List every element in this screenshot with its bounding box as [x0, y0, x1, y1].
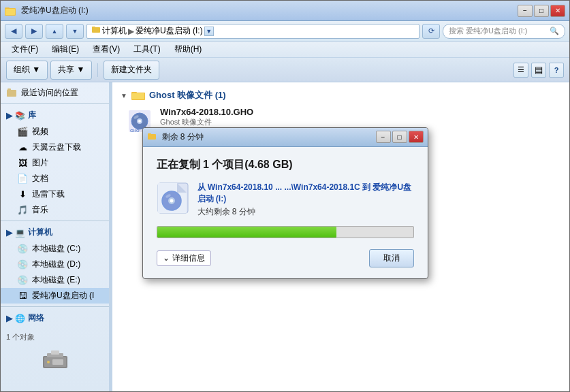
- back-button[interactable]: ◀: [5, 24, 22, 39]
- search-placeholder: 搜索 爱纯净U盘启动 (I:): [449, 26, 528, 36]
- menu-help[interactable]: 帮助(H): [169, 42, 208, 56]
- file-type: Ghost 映像文件: [160, 117, 556, 127]
- breadcrumb-drive: 爱纯净U盘启动 (I:): [136, 25, 203, 37]
- restore-button[interactable]: □: [534, 5, 549, 17]
- cancel-button[interactable]: 取消: [369, 249, 414, 267]
- dialog-footer: ⌄ 详细信息 取消: [157, 249, 414, 267]
- address-field[interactable]: 计算机 ▶ 爱纯净U盘启动 (I:) ▼: [86, 24, 419, 39]
- sidebar-recent-label: 最近访问的位置: [21, 87, 78, 99]
- forward-button[interactable]: ▶: [25, 24, 43, 39]
- sidebar-computer-section: ▶ 💻 计算机 💿 本地磁盘 (C:) 💿 本地磁盘 (D:) 💿 本地磁盘 (…: [1, 224, 109, 307]
- cloud-icon: ☁: [17, 142, 28, 153]
- sidebar-computer-header[interactable]: ▶ 💻 计算机: [1, 224, 109, 241]
- svg-rect-6: [7, 88, 11, 91]
- dialog-body: 正在复制 1 个项目(4.68 GB): [143, 147, 428, 278]
- sidebar-item-disk-c[interactable]: 💿 本地磁盘 (C:): [1, 241, 109, 257]
- sidebar-computer-label: 计算机: [28, 227, 52, 238]
- menu-view[interactable]: 查看(V): [87, 42, 125, 56]
- svg-rect-4: [92, 27, 95, 29]
- title-bar: 爱纯净U盘启动 (I:) − □ ✕: [1, 1, 569, 21]
- dialog-close-button[interactable]: ✕: [409, 131, 424, 143]
- svg-text:GHO: GHO: [130, 129, 140, 133]
- up-button[interactable]: ▲: [46, 24, 63, 39]
- sidebar-status: 1 个对象: [1, 329, 109, 345]
- dialog-controls: − □ ✕: [376, 131, 424, 143]
- sidebar-network-label: 网络: [28, 312, 44, 324]
- folder-header[interactable]: ▼ Ghost 映像文件 (1): [118, 88, 564, 103]
- xunlei-icon: ⬇: [17, 189, 28, 200]
- library-expand-icon: ▶: [6, 111, 12, 120]
- close-button[interactable]: ✕: [550, 5, 565, 17]
- sidebar-disk-e-label: 本地磁盘 (E:): [32, 274, 80, 286]
- dialog-title: 剩余 8 分钟: [162, 131, 376, 143]
- dialog-file-icon: [157, 182, 189, 214]
- organize-label: 组织 ▼: [14, 64, 40, 76]
- sidebar-divider-1: [1, 103, 109, 104]
- search-icon: 🔍: [550, 27, 559, 35]
- dialog-time: 大约剩余 8 分钟: [197, 206, 414, 218]
- breadcrumb-path: 计算机: [102, 25, 127, 37]
- search-field[interactable]: 搜索 爱纯净U盘启动 (I:) 🔍: [443, 24, 565, 39]
- sidebar-item-video[interactable]: 🎬 视频: [1, 124, 109, 140]
- menu-file[interactable]: 文件(F): [6, 42, 44, 56]
- sidebar-disk-c-label: 本地磁盘 (C:): [32, 243, 80, 255]
- svg-point-20: [138, 120, 141, 122]
- menu-bar: 文件(F) 编辑(E) 查看(V) 工具(T) 帮助(H): [1, 42, 569, 58]
- details-label: 详细信息: [172, 252, 205, 264]
- folder-arrow-icon: ▼: [121, 92, 127, 99]
- folder-name: Ghost 映像文件 (1): [149, 89, 226, 101]
- sidebar-network-section: ▶ 🌐 网络: [1, 310, 109, 327]
- dialog-restore-button[interactable]: □: [392, 131, 407, 143]
- sidebar-divider-3: [1, 306, 109, 307]
- sidebar-item-usb[interactable]: 🖫 爱纯净U盘启动 (I: [1, 288, 109, 304]
- dialog-minimize-button[interactable]: −: [376, 131, 391, 143]
- progress-bar-container: [157, 226, 414, 238]
- help-button[interactable]: ?: [549, 63, 564, 78]
- progress-bar-fill: [157, 227, 336, 238]
- breadcrumb-icon: [91, 25, 101, 37]
- breadcrumb: 计算机 ▶ 爱纯净U盘启动 (I:) ▼: [91, 25, 214, 37]
- address-bar: ◀ ▶ ▲ ▼ 计算机 ▶ 爱纯净U盘启动 (I:) ▼ ⟳ 搜索 爱纯净U盘启…: [1, 21, 569, 42]
- sidebar-item-xunlei[interactable]: ⬇ 迅雷下载: [1, 186, 109, 202]
- chevron-down-icon: ⌄: [163, 253, 170, 263]
- svg-point-11: [47, 361, 50, 363]
- sidebar-xunlei-label: 迅雷下载: [32, 189, 65, 200]
- recent-button[interactable]: ▼: [66, 24, 84, 39]
- document-icon: 📄: [17, 174, 28, 184]
- dialog-main-text: 正在复制 1 个项目(4.68 GB): [157, 158, 414, 172]
- details-toggle-button[interactable]: ⌄ 详细信息: [157, 250, 211, 266]
- view-options-button[interactable]: ☰: [513, 63, 528, 78]
- sidebar-video-label: 视频: [32, 126, 48, 137]
- menu-edit[interactable]: 编辑(E): [46, 42, 84, 56]
- sidebar-item-document[interactable]: 📄 文档: [1, 171, 109, 186]
- new-folder-button[interactable]: 新建文件夹: [104, 61, 159, 80]
- refresh-button[interactable]: ⟳: [422, 24, 440, 39]
- sidebar-item-cloud[interactable]: ☁ 天翼云盘下载: [1, 140, 109, 155]
- organize-button[interactable]: 组织 ▼: [6, 61, 48, 80]
- copy-progress-dialog: 剩余 8 分钟 − □ ✕ 正在复制 1 个项目(4.68 GB): [142, 127, 428, 279]
- from-label: 从: [197, 182, 208, 192]
- dialog-file-row: 从 Win7x64-2018.10 ... ...\Win7x64-2018.1…: [157, 182, 414, 218]
- svg-rect-24: [148, 133, 151, 135]
- recent-icon: [6, 88, 17, 99]
- disk-d-icon: 💿: [17, 259, 28, 270]
- menu-tools[interactable]: 工具(T): [128, 42, 165, 56]
- toolbar: 组织 ▼ 共享 ▼ 新建文件夹 ☰ ▤ ?: [1, 58, 569, 82]
- sidebar-item-picture[interactable]: 🖼 图片: [1, 155, 109, 171]
- minimize-button[interactable]: −: [518, 5, 533, 17]
- sidebar-item-disk-d[interactable]: 💿 本地磁盘 (D:): [1, 257, 109, 272]
- sidebar-item-music[interactable]: 🎵 音乐: [1, 202, 109, 218]
- music-icon: 🎵: [17, 205, 28, 216]
- share-button[interactable]: 共享 ▼: [50, 61, 92, 80]
- sidebar-library-header[interactable]: ▶ 📚 库: [1, 107, 109, 124]
- sidebar-item-disk-e[interactable]: 💿 本地磁盘 (E:): [1, 272, 109, 288]
- view-toggle-button[interactable]: ▤: [531, 63, 546, 78]
- address-chevron[interactable]: ▼: [204, 27, 214, 36]
- title-bar-left: 爱纯净U盘启动 (I:): [5, 5, 518, 16]
- library-icon: 📚: [15, 111, 25, 120]
- title-controls: − □ ✕: [518, 5, 565, 17]
- sidebar-item-recent[interactable]: 最近访问的位置: [1, 85, 109, 101]
- sidebar-network-header[interactable]: ▶ 🌐 网络: [1, 310, 109, 327]
- sidebar: 最近访问的位置 ▶ 📚 库 🎬 视频 ☁ 天翼云盘下载: [1, 82, 110, 391]
- file-name: Win7x64-2018.10.GHO: [160, 107, 556, 117]
